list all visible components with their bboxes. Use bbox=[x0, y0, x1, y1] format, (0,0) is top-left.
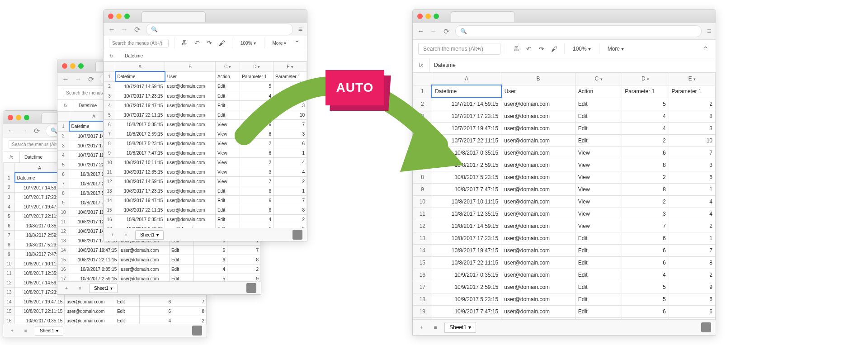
cell-p2[interactable]: 7 bbox=[669, 245, 715, 257]
row-header[interactable]: 13 bbox=[4, 288, 15, 297]
cell-action[interactable]: View bbox=[575, 159, 622, 171]
cell-user[interactable]: user@domain.com bbox=[501, 184, 576, 196]
cell-datetime[interactable]: 10/8/2017 2:59:15 bbox=[432, 159, 501, 171]
row-header[interactable]: 4 bbox=[413, 123, 432, 135]
row-header[interactable]: 15 bbox=[58, 255, 69, 265]
cell-action[interactable]: Edit bbox=[575, 232, 622, 245]
row-header[interactable]: 2 bbox=[58, 131, 69, 141]
cell-action[interactable]: View bbox=[215, 177, 240, 186]
cell-user[interactable]: user@domain.com bbox=[501, 318, 576, 320]
corner-cell[interactable] bbox=[104, 62, 115, 72]
cell-user[interactable]: user@domain.com bbox=[165, 110, 216, 120]
toolbar-collapse-icon[interactable]: ⌃ bbox=[292, 39, 302, 47]
cell-p1[interactable]: 6 bbox=[622, 257, 669, 269]
cell-p1[interactable]: 6 bbox=[140, 297, 173, 307]
row-header[interactable]: 7 bbox=[413, 159, 432, 171]
explore-icon[interactable] bbox=[292, 230, 302, 240]
cell-p2[interactable]: 3 bbox=[669, 159, 715, 171]
cell-datetime[interactable]: 10/8/2017 19:47:15 bbox=[115, 196, 165, 205]
forward-icon[interactable]: → bbox=[75, 75, 82, 83]
cell-datetime[interactable]: 10/7/2017 14:59:15 bbox=[432, 98, 501, 110]
maximize-icon[interactable] bbox=[434, 14, 439, 19]
maximize-icon[interactable] bbox=[24, 115, 29, 120]
row-header[interactable]: 3 bbox=[413, 110, 432, 123]
row-header[interactable]: 13 bbox=[104, 186, 115, 196]
cell-user[interactable]: User bbox=[501, 85, 576, 98]
cell-p1[interactable]: 2 bbox=[240, 158, 274, 167]
cell-p2[interactable]: 10 bbox=[669, 135, 715, 147]
all-sheets-icon[interactable]: ≡ bbox=[431, 324, 440, 331]
cell-p1[interactable]: 8 bbox=[240, 129, 274, 139]
cell-action[interactable]: Edit bbox=[215, 215, 240, 224]
cell-p1[interactable]: 6 bbox=[240, 196, 274, 205]
back-icon[interactable]: ← bbox=[108, 25, 115, 33]
row-header[interactable]: 3 bbox=[58, 141, 69, 151]
cell-p1[interactable]: 4 bbox=[240, 91, 274, 101]
row-header[interactable]: 12 bbox=[58, 227, 69, 236]
url-input[interactable]: 🔍 bbox=[146, 24, 293, 35]
more-dropdown[interactable]: More ▾ bbox=[605, 46, 627, 52]
row-header[interactable]: 1 bbox=[58, 121, 69, 131]
browser-tab[interactable] bbox=[451, 11, 515, 22]
cell-user[interactable]: user@domain.com bbox=[165, 139, 216, 148]
explore-icon[interactable] bbox=[192, 326, 202, 336]
cell-datetime[interactable]: 10/7/2017 22:11:15 bbox=[432, 135, 501, 147]
cell-p2[interactable]: 9 bbox=[274, 224, 307, 228]
row-header[interactable]: 9 bbox=[104, 148, 115, 158]
formula-input[interactable]: Datetime bbox=[120, 53, 147, 58]
more-dropdown[interactable]: More ▾ bbox=[270, 41, 289, 46]
cell-p2[interactable]: 7 bbox=[274, 120, 307, 129]
column-header[interactable]: C ▾ bbox=[575, 73, 622, 85]
cell-action[interactable]: Edit bbox=[575, 110, 622, 123]
cell-user[interactable]: user@domain.com bbox=[501, 110, 576, 123]
cell-user[interactable]: user@domain.com bbox=[165, 167, 216, 177]
row-header[interactable]: 14 bbox=[413, 245, 432, 257]
cell-action[interactable]: View bbox=[575, 171, 622, 184]
add-sheet-icon[interactable]: + bbox=[108, 232, 117, 237]
cell-p2[interactable]: 2 bbox=[669, 269, 715, 281]
cell-p2[interactable]: 1 bbox=[274, 186, 307, 196]
row-header[interactable]: 9 bbox=[413, 184, 432, 196]
cell-p2[interactable]: 1 bbox=[669, 232, 715, 245]
row-header[interactable]: 11 bbox=[58, 217, 69, 227]
cell-p1[interactable]: 3 bbox=[622, 208, 669, 220]
cell-action[interactable]: Edit bbox=[575, 293, 622, 306]
row-header[interactable]: 7 bbox=[4, 231, 15, 240]
cell-action[interactable]: View bbox=[215, 120, 240, 129]
row-header[interactable]: 10 bbox=[104, 158, 115, 167]
cell-action[interactable]: Edit bbox=[115, 297, 139, 307]
cell-p2[interactable]: 6 bbox=[669, 171, 715, 184]
cell-user[interactable]: user@domain.com bbox=[165, 101, 216, 110]
cell-datetime[interactable]: 10/8/2017 10:11:15 bbox=[432, 196, 501, 208]
row-header[interactable]: 10 bbox=[413, 196, 432, 208]
row-header[interactable]: 15 bbox=[413, 257, 432, 269]
cell-action[interactable]: Edit bbox=[215, 91, 240, 101]
cell-p2[interactable]: 7 bbox=[274, 196, 307, 205]
menu-icon[interactable]: ≡ bbox=[298, 25, 302, 33]
corner-cell[interactable] bbox=[58, 112, 69, 122]
column-header[interactable]: A bbox=[432, 73, 501, 85]
cell-p1[interactable]: 4 bbox=[622, 269, 669, 281]
cell-p2[interactable]: 3 bbox=[669, 123, 715, 135]
row-header[interactable]: 12 bbox=[413, 220, 432, 232]
cell-datetime[interactable]: 10/8/2017 19:47:15 bbox=[15, 297, 65, 307]
cell-datetime[interactable]: 10/8/2017 12:35:15 bbox=[432, 208, 501, 220]
cell-p1[interactable]: 2 bbox=[622, 171, 669, 184]
cell-p2[interactable]: 3 bbox=[669, 318, 715, 320]
cell-action[interactable]: View bbox=[575, 196, 622, 208]
cell-p2[interactable]: 8 bbox=[173, 307, 207, 316]
reload-icon[interactable]: ⟳ bbox=[33, 127, 40, 135]
cell-user[interactable]: user@domain.com bbox=[501, 306, 576, 318]
cell-user[interactable]: user@domain.com bbox=[501, 232, 576, 245]
row-header[interactable]: 19 bbox=[413, 306, 432, 318]
cell-action[interactable]: View bbox=[215, 129, 240, 139]
cell-action[interactable]: Edit bbox=[575, 257, 622, 269]
column-header[interactable]: D ▾ bbox=[240, 62, 274, 72]
row-header[interactable]: 3 bbox=[104, 91, 115, 101]
row-header[interactable]: 11 bbox=[4, 269, 15, 278]
cell-p1[interactable]: 8 bbox=[622, 184, 669, 196]
row-header[interactable]: 9 bbox=[58, 198, 69, 208]
cell-p2[interactable]: 2 bbox=[274, 177, 307, 186]
cell-action[interactable]: View bbox=[215, 158, 240, 167]
cell-p1[interactable]: 8 bbox=[240, 148, 274, 158]
